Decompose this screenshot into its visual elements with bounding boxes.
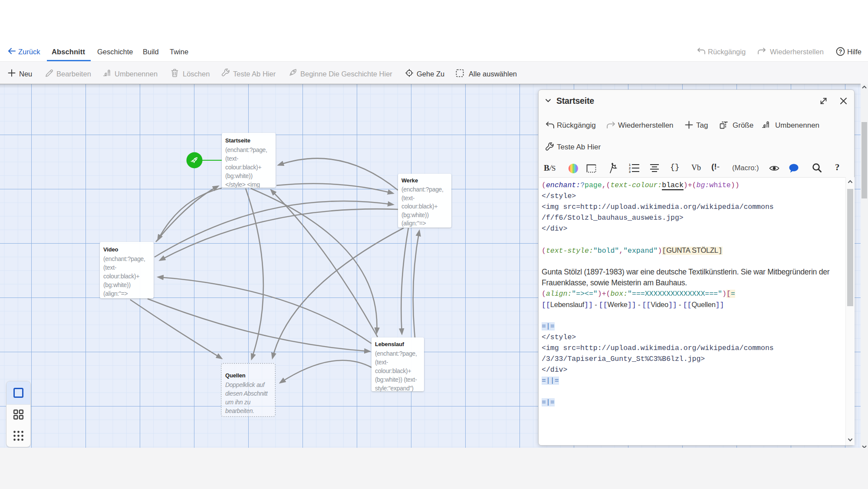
svg-text:?: ? <box>839 48 842 55</box>
svg-text:1: 1 <box>629 163 631 166</box>
svg-text:3: 3 <box>629 170 631 173</box>
svg-text:2: 2 <box>629 167 631 170</box>
